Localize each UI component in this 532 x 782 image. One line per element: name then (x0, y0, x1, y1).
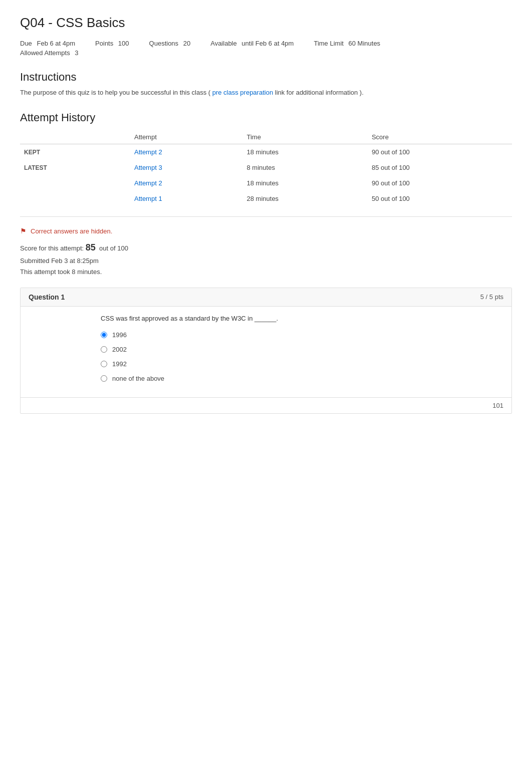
attempt-row-score: 85 out of 100 (368, 160, 512, 175)
label-none: none of the above (112, 375, 164, 382)
alert-icon: ⚑ (20, 227, 27, 235)
allowed-attempts-value: 3 (75, 49, 78, 57)
time-limit-value: 60 Minutes (349, 40, 381, 47)
question-1-bottom-number: 101 (21, 397, 511, 413)
attempt-row-label (20, 175, 130, 191)
answer-option-2002[interactable]: 2002 (101, 346, 503, 353)
radio-none[interactable] (101, 375, 107, 382)
question-1-text: CSS was first approved as a standard by … (101, 315, 503, 322)
questions-value: 20 (183, 40, 190, 47)
label-2002: 2002 (112, 346, 127, 353)
attempt-row-label: KEPT (20, 144, 130, 160)
attempt-history-title: Attempt History (20, 111, 512, 124)
col-attempt-header: Attempt (130, 130, 243, 144)
table-row: Attempt 218 minutes90 out of 100 (20, 175, 512, 191)
time-limit-label: Time Limit (314, 40, 343, 47)
allowed-attempts-label: Allowed Attempts (20, 49, 70, 57)
radio-1996[interactable] (101, 332, 107, 338)
allowed-attempts-meta: Allowed Attempts 3 (20, 49, 79, 57)
question-1-block: Question 1 5 / 5 pts CSS was first appro… (20, 288, 512, 414)
meta-row-1: Due Feb 6 at 4pm Points 100 Questions 20… (20, 40, 512, 47)
points-value: 100 (118, 40, 129, 47)
available-meta: Available until Feb 6 at 4pm (210, 40, 294, 47)
answer-option-1992[interactable]: 1992 (101, 360, 503, 368)
attempt-row-time: 18 minutes (243, 175, 368, 191)
attempt-row-attempt[interactable]: Attempt 2 (130, 144, 243, 160)
attempt-row-attempt[interactable]: Attempt 3 (130, 160, 243, 175)
alert-box: ⚑ Correct answers are hidden. (20, 227, 512, 235)
attempt-row-attempt[interactable]: Attempt 1 (130, 191, 243, 206)
attempt-row-time: 18 minutes (243, 144, 368, 160)
attempt-history-table: Attempt Time Score KEPTAttempt 218 minut… (20, 130, 512, 206)
col-label-header (20, 130, 130, 144)
radio-1992[interactable] (101, 361, 107, 367)
due-label: Due (20, 40, 32, 47)
question-1-number: Question 1 (29, 293, 65, 301)
radio-2002[interactable] (101, 346, 107, 353)
attempt-row-label (20, 191, 130, 206)
question-1-header: Question 1 5 / 5 pts (21, 288, 511, 307)
instructions-title: Instructions (20, 71, 512, 84)
time-limit-meta: Time Limit 60 Minutes (314, 40, 380, 47)
instructions-text-before: The purpose of this quiz is to help you … (20, 89, 210, 96)
label-1992: 1992 (112, 360, 127, 368)
score-label: Score for this attempt: (20, 244, 84, 252)
meta-row-2: Allowed Attempts 3 (20, 49, 512, 57)
score-value: 85 (86, 242, 96, 252)
available-value: until Feb 6 at 4pm (241, 40, 294, 47)
attempt-row-score: 90 out of 100 (368, 144, 512, 160)
answer-option-1996[interactable]: 1996 (101, 331, 503, 339)
table-row: KEPTAttempt 218 minutes90 out of 100 (20, 144, 512, 160)
page-title: Q04 - CSS Basics (20, 15, 512, 31)
questions-meta: Questions 20 (149, 40, 191, 47)
score-total-text: out of 100 (99, 244, 128, 252)
section-divider (20, 216, 512, 217)
score-info: Score for this attempt: 85 out of 100 Su… (20, 240, 512, 278)
submitted-line: Submitted Feb 3 at 8:25pm (20, 255, 512, 267)
answer-option-none[interactable]: none of the above (101, 375, 503, 382)
due-meta: Due Feb 6 at 4pm (20, 40, 75, 47)
score-line: Score for this attempt: 85 out of 100 (20, 240, 512, 255)
instructions-text-after: link for additional information ). (275, 89, 364, 96)
due-value: Feb 6 at 4pm (37, 40, 75, 47)
table-row: Attempt 128 minutes50 out of 100 (20, 191, 512, 206)
duration-line: This attempt took 8 minutes. (20, 267, 512, 278)
attempt-row-score: 90 out of 100 (368, 175, 512, 191)
label-1996: 1996 (112, 331, 127, 339)
alert-text: Correct answers are hidden. (31, 227, 112, 235)
question-1-points: 5 / 5 pts (480, 293, 503, 301)
col-time-header: Time (243, 130, 368, 144)
points-meta: Points 100 (95, 40, 129, 47)
attempt-row-label: LATEST (20, 160, 130, 175)
question-1-body: CSS was first approved as a standard by … (21, 307, 511, 397)
available-label: Available (210, 40, 237, 47)
attempt-row-score: 50 out of 100 (368, 191, 512, 206)
instructions-text: The purpose of this quiz is to help you … (20, 89, 512, 96)
table-row: LATESTAttempt 38 minutes85 out of 100 (20, 160, 512, 175)
questions-label: Questions (149, 40, 179, 47)
attempt-row-time: 8 minutes (243, 160, 368, 175)
attempt-row-time: 28 minutes (243, 191, 368, 206)
attempt-row-attempt[interactable]: Attempt 2 (130, 175, 243, 191)
pre-class-preparation-link[interactable]: pre class preparation (212, 89, 273, 96)
points-label: Points (95, 40, 113, 47)
col-score-header: Score (368, 130, 512, 144)
